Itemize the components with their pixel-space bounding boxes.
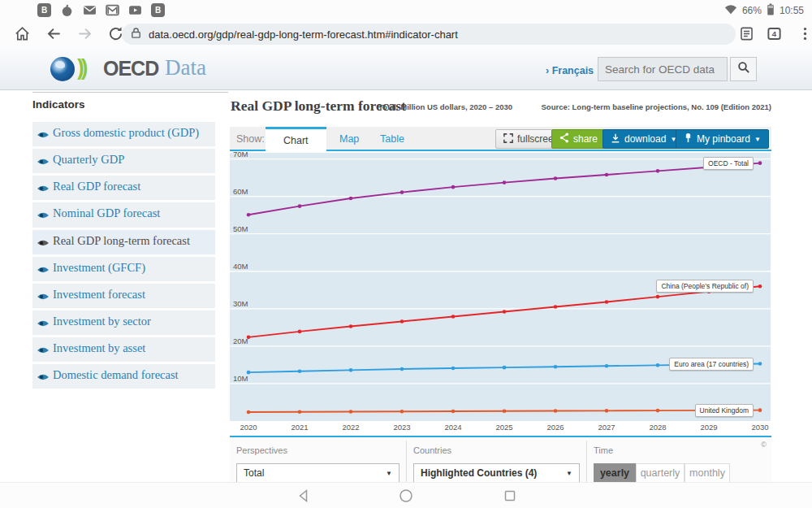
- time-yearly-button[interactable]: yearly: [594, 463, 636, 483]
- indicator-eye-icon: [37, 236, 49, 250]
- search-button[interactable]: [730, 57, 757, 81]
- svg-text:40M: 40M: [233, 262, 248, 271]
- android-home-icon[interactable]: [399, 488, 413, 503]
- sidebar-item-label: Investment by sector: [53, 314, 151, 331]
- search-input[interactable]: [598, 57, 728, 81]
- gmail-icon: [106, 3, 119, 17]
- svg-text:60M: 60M: [233, 187, 248, 196]
- pin-icon: [684, 132, 693, 145]
- svg-text:2029: 2029: [700, 423, 717, 432]
- svg-text:2022: 2022: [342, 423, 359, 432]
- sidebar-item-label: Quarterly GDP: [53, 152, 124, 169]
- indicator-eye-icon: [37, 316, 49, 331]
- url-text: data.oecd.org/gdp/real-gdp-long-term-for…: [149, 28, 458, 41]
- tab-chart[interactable]: Chart: [266, 127, 326, 151]
- indicator-eye-icon: [37, 263, 49, 277]
- time-label: Time: [594, 445, 613, 455]
- sidebar-item-investment-by-asset[interactable]: Investment by asset: [32, 337, 215, 362]
- indicators-sidebar: Indicators Gross domestic product (GDP) …: [32, 98, 215, 391]
- pinboard-button[interactable]: My pinboard ▼: [676, 129, 769, 149]
- show-label: Show:: [236, 133, 265, 145]
- indicator-eye-icon: [37, 181, 49, 196]
- countries-label: Countries: [413, 445, 451, 455]
- tab-count: 4: [772, 29, 777, 38]
- sidebar-item-real-gdp-forecast[interactable]: Real GDP forecast: [32, 176, 215, 200]
- language-link-francais[interactable]: › Français: [546, 65, 594, 76]
- source-note[interactable]: Source: Long-term baseline projections, …: [542, 102, 771, 111]
- share-button[interactable]: share: [551, 129, 606, 149]
- indicator-eye-icon: [37, 128, 49, 142]
- oecd-logo-text[interactable]: OECD: [103, 57, 158, 80]
- oecd-site-header: )) OECD Data › Français: [0, 47, 812, 90]
- app-b2-icon: B: [151, 3, 165, 17]
- indicator-eye-icon: [37, 208, 49, 223]
- sidebar-heading: Indicators: [32, 98, 215, 111]
- time-quarterly-button[interactable]: quarterly: [636, 463, 685, 483]
- svg-text:2026: 2026: [546, 423, 564, 432]
- oecd-globe-icon: [50, 57, 75, 81]
- sidebar-item-label: Real GDP forecast: [53, 179, 140, 196]
- sidebar-item-label: Investment (GFCF): [53, 260, 145, 277]
- android-status-bar: B B 66% 10:55: [0, 0, 812, 20]
- oecd-data-wordmark[interactable]: Data: [165, 55, 206, 80]
- battery-icon: [767, 3, 775, 18]
- download-button[interactable]: download ▼: [603, 129, 685, 149]
- sidebar-item-investment-gfcf[interactable]: Investment (GFCF): [32, 257, 215, 281]
- sidebar-item-investment-forecast[interactable]: Investment forecast: [32, 284, 215, 308]
- select-caret-icon: ▼: [566, 470, 572, 477]
- time-monthly-button[interactable]: monthly: [685, 463, 730, 483]
- oecd-chevrons-icon: )): [77, 54, 84, 81]
- browser-menu-icon[interactable]: [797, 26, 812, 41]
- svg-text:2025: 2025: [495, 423, 512, 432]
- series-end-label[interactable]: OECD - Total: [703, 157, 754, 170]
- indicator-eye-icon: [37, 370, 49, 384]
- chart-toolbar: Show: Chart Map Table fullscreen share d…: [230, 127, 771, 151]
- tab-switcher-icon[interactable]: 4: [767, 26, 782, 41]
- status-clock: 10:55: [780, 5, 804, 16]
- svg-text:30M: 30M: [233, 299, 248, 308]
- app-b-icon: B: [37, 3, 51, 17]
- svg-text:2024: 2024: [444, 423, 461, 432]
- svg-text:2030: 2030: [751, 423, 768, 432]
- sidebar-item-investment-by-sector[interactable]: Investment by sector: [32, 310, 215, 335]
- youtube-icon: [128, 3, 142, 17]
- sidebar-item-gdp[interactable]: Gross domestic product (GDP): [32, 122, 215, 146]
- back-icon[interactable]: [46, 26, 62, 41]
- perspectives-select[interactable]: Total ▼: [236, 463, 400, 483]
- svg-text:2027: 2027: [598, 423, 615, 432]
- browser-toolbar: data.oecd.org/gdp/real-gdp-long-term-for…: [0, 20, 812, 47]
- sidebar-item-label: Investment by asset: [53, 341, 145, 358]
- sidebar-divider: [32, 92, 228, 93]
- svg-text:2020: 2020: [240, 423, 257, 432]
- indicator-eye-icon: [37, 289, 49, 304]
- perspectives-value: Total: [244, 467, 264, 479]
- countries-value: Highlighted Countries (4): [421, 467, 537, 479]
- fullscreen-icon: [503, 133, 513, 145]
- share-icon: [559, 132, 569, 145]
- download-label: download: [624, 133, 666, 145]
- address-bar[interactable]: data.oecd.org/gdp/real-gdp-long-term-for…: [122, 24, 736, 45]
- android-recents-icon[interactable]: [503, 488, 517, 503]
- copyright-mark[interactable]: ©: [761, 441, 767, 449]
- android-back-icon[interactable]: [296, 488, 311, 503]
- series-end-label[interactable]: United Kingdom: [695, 404, 754, 417]
- countries-select[interactable]: Highlighted Countries (4) ▼: [413, 463, 580, 483]
- tab-table[interactable]: Table: [362, 127, 422, 151]
- forward-icon[interactable]: [77, 26, 93, 41]
- sidebar-item-label: Gross domestic product (GDP): [53, 125, 199, 142]
- page-subtitle: Total, Million US dollars, 2020 – 2030: [378, 102, 512, 111]
- home-icon[interactable]: [15, 26, 30, 41]
- series-end-label[interactable]: China (People’s Republic of): [656, 280, 754, 293]
- sidebar-item-quarterly-gdp[interactable]: Quarterly GDP: [32, 149, 215, 173]
- wifi-icon: [724, 4, 737, 17]
- sidebar-item-domestic-demand-forecast[interactable]: Domestic demand forecast: [32, 364, 215, 389]
- sidebar-item-label: Domestic demand forecast: [53, 367, 179, 384]
- reader-mode-icon[interactable]: [739, 26, 754, 41]
- download-icon: [611, 133, 620, 145]
- svg-text:2023: 2023: [393, 423, 410, 432]
- sidebar-item-real-gdp-long-term-forecast[interactable]: Real GDP long-term forecast: [32, 230, 215, 254]
- sidebar-item-nominal-gdp-forecast[interactable]: Nominal GDP forecast: [32, 202, 215, 227]
- sidebar-item-label: Real GDP long-term forecast: [53, 233, 190, 250]
- series-end-label[interactable]: Euro area (17 countries): [669, 358, 754, 371]
- android-navigation-bar: [0, 482, 812, 508]
